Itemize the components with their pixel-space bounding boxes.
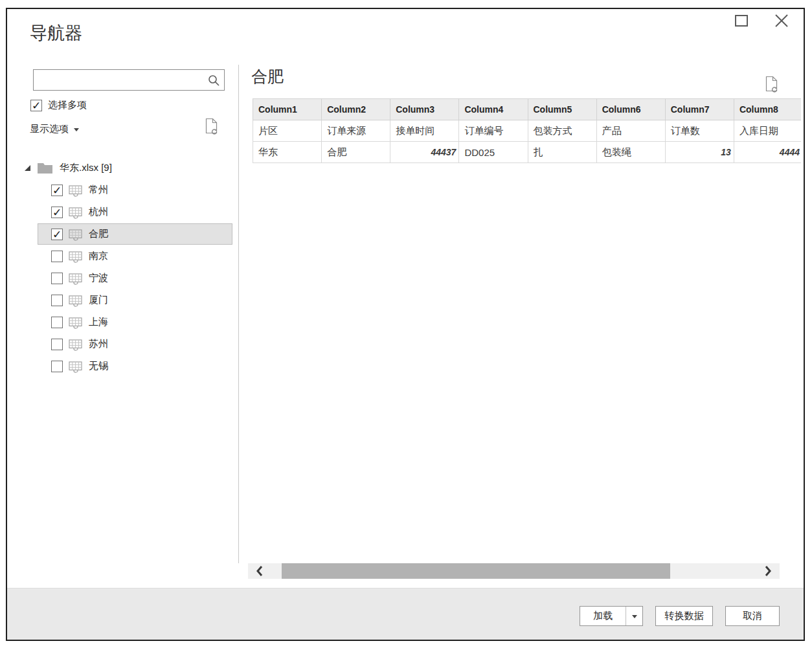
refresh-preview-button[interactable] <box>765 76 779 96</box>
tree-item-hangzhou[interactable]: 杭州 <box>38 201 232 223</box>
tree-item-xiamen[interactable]: 厦门 <box>38 289 232 311</box>
table-cell: 合肥 <box>322 142 390 163</box>
maximize-button[interactable] <box>734 13 749 28</box>
tree-item-hefei[interactable]: 合肥 <box>38 223 232 245</box>
column-header: Column5 <box>528 99 596 120</box>
worksheet-icon <box>69 185 83 197</box>
load-button[interactable]: 加载 <box>580 607 626 625</box>
tree-item-label: 合肥 <box>89 228 108 240</box>
tree-root-label: 华东.xlsx [9] <box>60 162 112 174</box>
horizontal-scrollbar[interactable] <box>248 563 780 579</box>
table-row: 片区 订单来源 接单时间 订单编号 包装方式 产品 订单数 入库日期 <box>253 120 802 142</box>
tree-item-label: 厦门 <box>89 294 108 306</box>
column-header: Column8 <box>734 99 801 120</box>
table-cell: DD025 <box>459 142 528 163</box>
chevron-right-icon <box>764 565 772 577</box>
table-row: 华东 合肥 44437 DD025 扎 包装绳 13 4444 <box>253 142 802 163</box>
table-cell: 订单编号 <box>459 120 528 142</box>
column-header: Column4 <box>459 99 528 120</box>
table-cell: 入库日期 <box>734 120 801 142</box>
load-split-button[interactable]: 加载 <box>580 606 643 626</box>
tree-item-ningbo[interactable]: 宁波 <box>38 267 232 289</box>
item-checkbox[interactable] <box>51 317 63 328</box>
display-options-label: 显示选项 <box>30 123 69 135</box>
column-header: Column1 <box>253 99 322 120</box>
column-header: Column7 <box>665 99 734 120</box>
tree-item-label: 上海 <box>89 316 108 328</box>
navigator-dialog: 导航器 选择多项 显示选项 华东.xlsx [9] <box>6 8 805 641</box>
select-multiple-row[interactable]: 选择多项 <box>30 99 87 111</box>
tree-item-shanghai[interactable]: 上海 <box>38 311 232 333</box>
scroll-left-button[interactable] <box>248 563 271 579</box>
tree-item-suzhou[interactable]: 苏州 <box>38 333 232 355</box>
tree-root-workbook[interactable]: 华东.xlsx [9] <box>7 157 238 179</box>
search-box <box>33 69 225 91</box>
worksheet-icon <box>69 339 83 351</box>
cancel-button[interactable]: 取消 <box>725 606 780 626</box>
preview-table: Column1 Column2 Column3 Column4 Column5 … <box>253 98 801 163</box>
item-checkbox[interactable] <box>51 229 63 240</box>
preview-title: 合肥 <box>251 66 284 87</box>
worksheet-icon <box>69 295 83 307</box>
worksheet-icon <box>69 317 83 329</box>
document-refresh-icon <box>765 76 779 94</box>
column-header: Column3 <box>390 99 459 120</box>
worksheet-icon <box>69 251 83 263</box>
worksheet-icon <box>69 273 83 285</box>
item-checkbox[interactable] <box>51 361 63 372</box>
tree-item-label: 苏州 <box>89 338 108 350</box>
tree-item-label: 宁波 <box>89 272 108 284</box>
table-cell: 华东 <box>253 142 322 163</box>
transform-data-button[interactable]: 转换数据 <box>655 606 713 626</box>
navigator-tree: 华东.xlsx [9] 常州 <box>7 157 238 377</box>
item-checkbox[interactable] <box>51 185 63 196</box>
tree-item-wuxi[interactable]: 无锡 <box>38 355 232 377</box>
close-button[interactable] <box>773 12 791 30</box>
display-options-dropdown[interactable]: 显示选项 <box>30 123 79 135</box>
table-cell: 13 <box>665 142 734 163</box>
pane-divider <box>238 65 239 563</box>
table-cell: 接单时间 <box>390 120 459 142</box>
dialog-footer: 加载 转换数据 取消 <box>7 588 804 640</box>
table-header-row: Column1 Column2 Column3 Column4 Column5 … <box>253 99 802 120</box>
expand-collapse-icon[interactable] <box>25 165 30 171</box>
tree-item-nanjing[interactable]: 南京 <box>38 245 232 267</box>
item-checkbox[interactable] <box>51 339 63 350</box>
item-checkbox[interactable] <box>51 295 63 306</box>
item-checkbox[interactable] <box>51 207 63 218</box>
table-cell: 包装绳 <box>596 142 665 163</box>
item-checkbox[interactable] <box>51 273 63 284</box>
select-multiple-checkbox[interactable] <box>30 100 42 111</box>
refresh-source-button[interactable] <box>205 118 219 139</box>
search-input[interactable] <box>34 70 207 90</box>
chevron-left-icon <box>256 565 264 577</box>
table-cell: 扎 <box>528 142 596 163</box>
table-cell: 包装方式 <box>528 120 596 142</box>
table-cell: 产品 <box>596 120 665 142</box>
scrollbar-thumb[interactable] <box>282 563 670 579</box>
scroll-right-button[interactable] <box>756 563 780 579</box>
item-checkbox[interactable] <box>51 251 63 262</box>
column-header: Column6 <box>596 99 665 120</box>
page-title: 导航器 <box>30 21 82 45</box>
tree-item-changzhou[interactable]: 常州 <box>38 179 232 201</box>
worksheet-icon <box>69 207 83 219</box>
tree-item-label: 常州 <box>89 184 108 196</box>
table-cell: 订单数 <box>665 120 734 142</box>
tree-item-label: 南京 <box>89 250 108 262</box>
worksheet-icon <box>69 361 83 373</box>
chevron-down-icon <box>74 128 79 131</box>
tree-item-label: 无锡 <box>89 360 108 372</box>
worksheet-icon <box>69 229 83 241</box>
tree-item-label: 杭州 <box>89 206 108 218</box>
table-cell: 订单来源 <box>322 120 390 142</box>
select-multiple-label: 选择多项 <box>48 99 87 111</box>
maximize-icon <box>735 15 748 27</box>
search-icon <box>207 74 220 87</box>
table-cell: 片区 <box>253 120 322 142</box>
table-cell: 4444 <box>734 142 801 163</box>
document-refresh-icon <box>205 118 219 136</box>
chevron-down-icon <box>632 615 637 618</box>
load-dropdown-button[interactable] <box>626 607 642 625</box>
column-header: Column2 <box>322 99 390 120</box>
